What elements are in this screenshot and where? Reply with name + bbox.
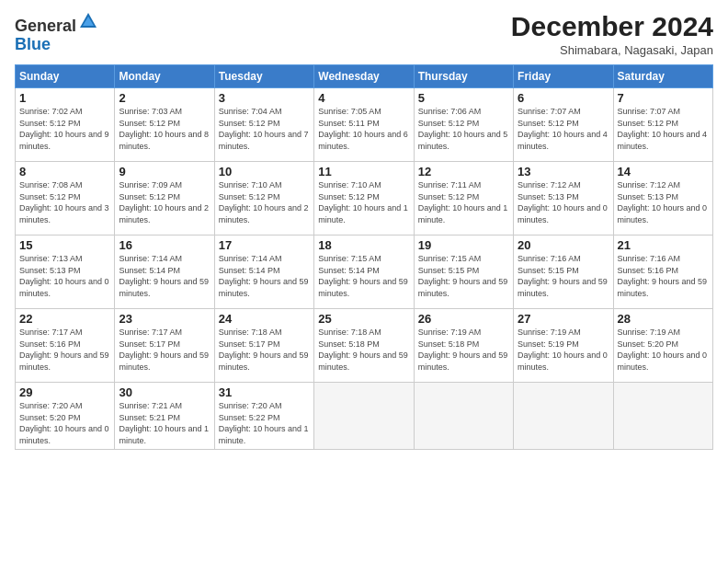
day-1: 1Sunrise: 7:02 AMSunset: 5:12 PMDaylight…: [16, 88, 115, 162]
empty-2: [414, 383, 513, 450]
day-18: 18Sunrise: 7:15 AMSunset: 5:14 PMDayligh…: [314, 236, 414, 309]
week-row-3: 15Sunrise: 7:13 AMSunset: 5:13 PMDayligh…: [16, 236, 713, 309]
header-right: December 2024 Shimabara, Nagasaki, Japan: [511, 11, 713, 57]
weekday-header-row: Sunday Monday Tuesday Wednesday Thursday…: [16, 65, 713, 88]
day-12: 12Sunrise: 7:11 AMSunset: 5:12 PMDayligh…: [414, 162, 513, 236]
day-28: 28Sunrise: 7:19 AMSunset: 5:20 PMDayligh…: [613, 309, 712, 383]
empty-1: [314, 383, 414, 450]
logo-blue: Blue: [15, 35, 51, 53]
day-3: 3Sunrise: 7:04 AMSunset: 5:12 PMDaylight…: [214, 88, 313, 162]
week-row-4: 22Sunrise: 7:17 AMSunset: 5:16 PMDayligh…: [16, 309, 713, 383]
day-4: 4Sunrise: 7:05 AMSunset: 5:11 PMDaylight…: [314, 88, 414, 162]
day-6: 6Sunrise: 7:07 AMSunset: 5:12 PMDaylight…: [514, 88, 613, 162]
day-25: 25Sunrise: 7:18 AMSunset: 5:18 PMDayligh…: [314, 309, 414, 383]
empty-3: [514, 383, 613, 450]
header-sunday: Sunday: [16, 65, 115, 88]
day-21: 21Sunrise: 7:16 AMSunset: 5:16 PMDayligh…: [613, 236, 712, 309]
day-5: 5Sunrise: 7:06 AMSunset: 5:12 PMDaylight…: [414, 88, 513, 162]
day-20: 20Sunrise: 7:16 AMSunset: 5:15 PMDayligh…: [514, 236, 613, 309]
day-7: 7Sunrise: 7:07 AMSunset: 5:12 PMDaylight…: [613, 88, 712, 162]
day-17: 17Sunrise: 7:14 AMSunset: 5:14 PMDayligh…: [214, 236, 313, 309]
day-8: 8Sunrise: 7:08 AMSunset: 5:12 PMDaylight…: [16, 162, 115, 236]
logo-general: General: [15, 17, 76, 35]
day-16: 16Sunrise: 7:14 AMSunset: 5:14 PMDayligh…: [115, 236, 214, 309]
day-10: 10Sunrise: 7:10 AMSunset: 5:12 PMDayligh…: [214, 162, 313, 236]
day-30: 30Sunrise: 7:21 AMSunset: 5:21 PMDayligh…: [115, 383, 214, 450]
day-24: 24Sunrise: 7:18 AMSunset: 5:17 PMDayligh…: [214, 309, 313, 383]
header-wednesday: Wednesday: [314, 65, 414, 88]
calendar-page: General Blue December 2024 Shimabara, Na…: [0, 0, 728, 563]
empty-4: [613, 383, 712, 450]
day-2: 2Sunrise: 7:03 AMSunset: 5:12 PMDaylight…: [115, 88, 214, 162]
page-header: General Blue December 2024 Shimabara, Na…: [15, 11, 713, 57]
day-15: 15Sunrise: 7:13 AMSunset: 5:13 PMDayligh…: [16, 236, 115, 309]
month-title: December 2024: [511, 11, 713, 41]
header-tuesday: Tuesday: [214, 65, 313, 88]
day-11: 11Sunrise: 7:10 AMSunset: 5:12 PMDayligh…: [314, 162, 414, 236]
header-saturday: Saturday: [613, 65, 712, 88]
day-29: 29Sunrise: 7:20 AMSunset: 5:20 PMDayligh…: [16, 383, 115, 450]
day-9: 9Sunrise: 7:09 AMSunset: 5:12 PMDaylight…: [115, 162, 214, 236]
header-monday: Monday: [115, 65, 214, 88]
week-row-1: 1Sunrise: 7:02 AMSunset: 5:12 PMDaylight…: [16, 88, 713, 162]
day-23: 23Sunrise: 7:17 AMSunset: 5:17 PMDayligh…: [115, 309, 214, 383]
day-13: 13Sunrise: 7:12 AMSunset: 5:13 PMDayligh…: [514, 162, 613, 236]
day-26: 26Sunrise: 7:19 AMSunset: 5:18 PMDayligh…: [414, 309, 513, 383]
header-friday: Friday: [514, 65, 613, 88]
day-27: 27Sunrise: 7:19 AMSunset: 5:19 PMDayligh…: [514, 309, 613, 383]
day-19: 19Sunrise: 7:15 AMSunset: 5:15 PMDayligh…: [414, 236, 513, 309]
week-row-2: 8Sunrise: 7:08 AMSunset: 5:12 PMDaylight…: [16, 162, 713, 236]
header-thursday: Thursday: [414, 65, 513, 88]
logo: General Blue: [15, 11, 98, 54]
day-14: 14Sunrise: 7:12 AMSunset: 5:13 PMDayligh…: [613, 162, 712, 236]
calendar-table: Sunday Monday Tuesday Wednesday Thursday…: [15, 64, 713, 450]
day-22: 22Sunrise: 7:17 AMSunset: 5:16 PMDayligh…: [16, 309, 115, 383]
location: Shimabara, Nagasaki, Japan: [511, 43, 713, 57]
week-row-5: 29Sunrise: 7:20 AMSunset: 5:20 PMDayligh…: [16, 383, 713, 450]
day-31: 31Sunrise: 7:20 AMSunset: 5:22 PMDayligh…: [214, 383, 313, 450]
logo-icon: [78, 11, 98, 31]
